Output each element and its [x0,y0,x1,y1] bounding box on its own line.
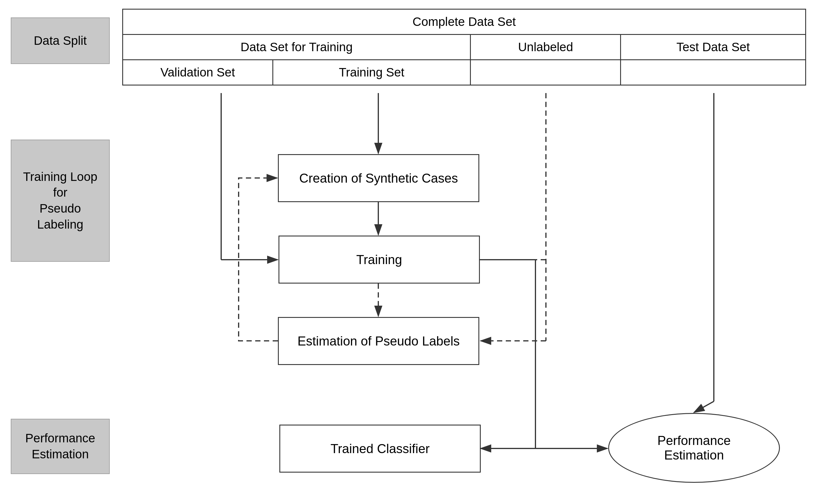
svg-line-10 [694,401,714,412]
label-training-loop: Training Loop for Pseudo Labeling [11,140,110,262]
perf-est-oval-text: Performance Estimation [657,433,731,463]
box-estimation-pseudo: Estimation of Pseudo Labels [278,317,479,365]
cell-validation-set: Validation Set [123,60,273,85]
oval-performance-estimation: Performance Estimation [608,413,780,483]
cell-training-set: Training Set [273,60,471,85]
cell-complete-dataset: Complete Data Set [123,10,805,34]
cell-dataset-training: Data Set for Training [123,35,471,59]
data-row-complete: Complete Data Set [123,10,805,35]
data-table: Complete Data Set Data Set for Training … [122,9,806,85]
training-loop-text: Training Loop for Pseudo Labeling [17,169,103,232]
data-split-text: Data Split [34,33,87,49]
cell-empty-test-row3 [621,60,805,85]
data-row-val-train: Validation Set Training Set [123,60,805,85]
diagram-container: Data Split Training Loop for Pseudo Labe… [0,0,825,504]
cell-test-dataset: Test Data Set [621,35,805,59]
label-performance-estimation: Performance Estimation [11,419,110,474]
box-training: Training [279,236,480,283]
cell-empty-unlabeled-row3 [471,60,621,85]
cell-unlabeled: Unlabeled [471,35,621,59]
box-trained-classifier: Trained Classifier [279,425,481,473]
label-data-split: Data Split [11,17,110,64]
perf-est-left-text: Performance Estimation [25,430,95,462]
box-creation-synthetic: Creation of Synthetic Cases [278,154,479,202]
data-row-split: Data Set for Training Unlabeled Test Dat… [123,35,805,60]
